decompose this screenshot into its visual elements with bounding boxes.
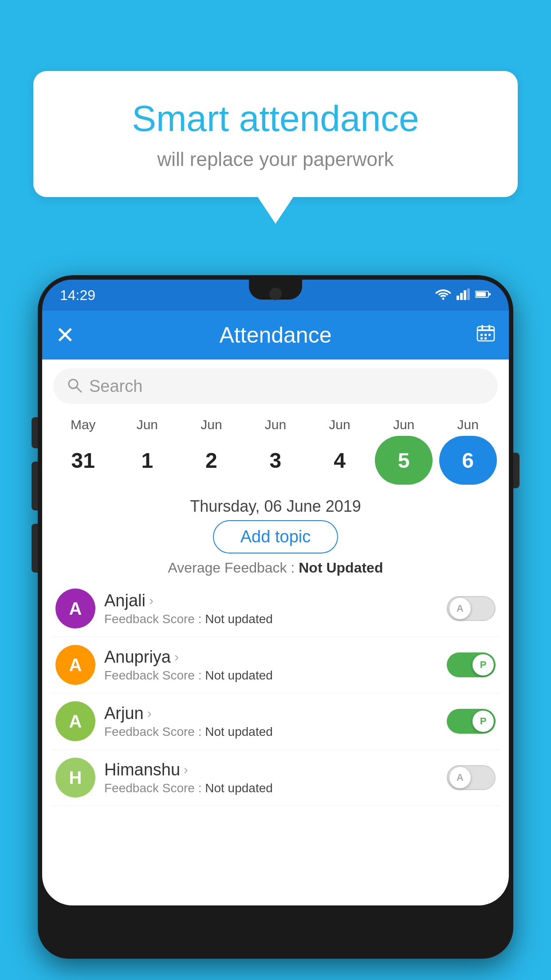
speech-bubble-subtitle: will replace your paperwork bbox=[69, 148, 482, 170]
date-months-row: May Jun Jun Jun Jun Jun Jun bbox=[51, 417, 500, 432]
student-feedback-himanshu: Feedback Score : Not updated bbox=[104, 781, 438, 795]
speech-bubble-title: Smart attendance bbox=[69, 98, 482, 139]
status-icons bbox=[435, 288, 491, 302]
search-icon bbox=[67, 377, 83, 395]
svg-rect-10 bbox=[481, 325, 483, 329]
speech-bubble-tail bbox=[258, 197, 293, 224]
student-name-anupriya: Anupriya › bbox=[104, 648, 438, 667]
svg-rect-15 bbox=[480, 337, 483, 340]
svg-rect-7 bbox=[489, 293, 491, 296]
svg-rect-12 bbox=[480, 334, 483, 336]
month-0: May bbox=[54, 417, 112, 432]
date-1[interactable]: 1 bbox=[118, 436, 176, 485]
volume-down-button[interactable] bbox=[31, 524, 38, 573]
month-1: Jun bbox=[118, 417, 176, 432]
app-title: Attendance bbox=[75, 322, 476, 348]
svg-rect-14 bbox=[488, 334, 491, 336]
student-feedback-anupriya: Feedback Score : Not updated bbox=[104, 668, 438, 683]
selected-date-label: Thursday, 06 June 2019 bbox=[42, 497, 509, 516]
phone-container: 14:29 bbox=[38, 275, 513, 980]
month-2: Jun bbox=[182, 417, 240, 432]
avatar-himanshu: H bbox=[55, 758, 95, 798]
avg-feedback-value: Not Updated bbox=[299, 560, 383, 576]
date-4[interactable]: 4 bbox=[311, 436, 369, 485]
add-topic-button[interactable]: Add topic bbox=[213, 520, 338, 553]
student-info-anjali: Anjali › Feedback Score : Not updated bbox=[104, 591, 438, 626]
avatar-anupriya: A bbox=[55, 645, 95, 685]
student-info-arjun: Arjun › Feedback Score : Not updated bbox=[104, 704, 438, 739]
student-item-anjali[interactable]: A Anjali › Feedback Score : Not updated … bbox=[51, 581, 500, 637]
svg-rect-1 bbox=[457, 296, 459, 300]
average-feedback: Average Feedback : Not Updated bbox=[42, 560, 509, 576]
search-bar[interactable]: Search bbox=[53, 368, 498, 404]
svg-rect-4 bbox=[467, 288, 470, 300]
month-3: Jun bbox=[247, 417, 304, 432]
date-5-today[interactable]: 5 bbox=[375, 436, 433, 485]
student-feedback-anjali: Feedback Score : Not updated bbox=[104, 612, 438, 626]
svg-rect-6 bbox=[476, 292, 486, 296]
student-info-anupriya: Anupriya › Feedback Score : Not updated bbox=[104, 648, 438, 683]
svg-rect-3 bbox=[464, 290, 466, 300]
svg-point-0 bbox=[442, 298, 445, 300]
volume-up-button[interactable] bbox=[31, 462, 38, 510]
svg-rect-11 bbox=[488, 325, 490, 329]
chevron-himanshu: › bbox=[184, 762, 188, 777]
month-5: Jun bbox=[375, 417, 433, 432]
speech-bubble-container: Smart attendance will replace your paper… bbox=[33, 71, 518, 224]
student-info-himanshu: Himanshu › Feedback Score : Not updated bbox=[104, 760, 438, 795]
svg-rect-2 bbox=[460, 293, 463, 300]
student-item-anupriya[interactable]: A Anupriya › Feedback Score : Not update… bbox=[51, 637, 500, 693]
close-button[interactable]: ✕ bbox=[55, 322, 75, 348]
calendar-icon[interactable] bbox=[476, 323, 496, 347]
screen-content: ✕ Attendance bbox=[42, 311, 509, 905]
chevron-arjun: › bbox=[147, 706, 152, 721]
status-time: 14:29 bbox=[60, 287, 95, 304]
student-item-arjun[interactable]: A Arjun › Feedback Score : Not updated P bbox=[51, 693, 500, 750]
avg-feedback-label: Average Feedback : bbox=[168, 560, 295, 576]
svg-rect-16 bbox=[484, 337, 487, 340]
student-item-himanshu[interactable]: H Himanshu › Feedback Score : Not update… bbox=[51, 750, 500, 806]
phone-notch bbox=[249, 280, 302, 300]
month-6: Jun bbox=[439, 417, 497, 432]
avatar-anjali: A bbox=[55, 589, 95, 628]
date-3[interactable]: 3 bbox=[247, 436, 304, 485]
toggle-anjali[interactable]: A bbox=[447, 596, 496, 621]
toggle-anupriya[interactable]: P bbox=[447, 652, 496, 677]
date-31[interactable]: 31 bbox=[54, 436, 112, 485]
svg-line-18 bbox=[76, 387, 81, 392]
app-bar: ✕ Attendance bbox=[42, 311, 509, 360]
power-button[interactable] bbox=[513, 453, 520, 488]
side-button-top bbox=[31, 417, 38, 448]
chevron-anjali: › bbox=[149, 593, 153, 608]
date-numbers-row: 31 1 2 3 4 5 6 bbox=[51, 436, 500, 485]
signal-icon bbox=[457, 288, 470, 302]
toggle-arjun[interactable]: P bbox=[447, 709, 496, 734]
calendar-strip: May Jun Jun Jun Jun Jun Jun 31 1 2 3 4 5… bbox=[42, 408, 509, 489]
student-name-himanshu: Himanshu › bbox=[104, 760, 438, 779]
battery-icon bbox=[475, 290, 491, 300]
toggle-himanshu[interactable]: A bbox=[447, 765, 496, 790]
search-input[interactable]: Search bbox=[89, 377, 142, 396]
student-name-anjali: Anjali › bbox=[104, 591, 438, 610]
student-name-arjun: Arjun › bbox=[104, 704, 438, 723]
student-list: A Anjali › Feedback Score : Not updated … bbox=[42, 581, 509, 806]
avatar-arjun: A bbox=[55, 701, 95, 741]
svg-rect-9 bbox=[477, 329, 494, 331]
month-4: Jun bbox=[311, 417, 369, 432]
date-2[interactable]: 2 bbox=[182, 436, 240, 485]
svg-rect-13 bbox=[484, 334, 487, 336]
phone-frame: 14:29 bbox=[38, 275, 513, 959]
date-6-selected[interactable]: 6 bbox=[439, 436, 497, 485]
chevron-anupriya: › bbox=[174, 649, 179, 664]
front-camera bbox=[269, 288, 282, 300]
student-feedback-arjun: Feedback Score : Not updated bbox=[104, 725, 438, 739]
speech-bubble: Smart attendance will replace your paper… bbox=[33, 71, 518, 197]
wifi-icon bbox=[435, 288, 451, 302]
